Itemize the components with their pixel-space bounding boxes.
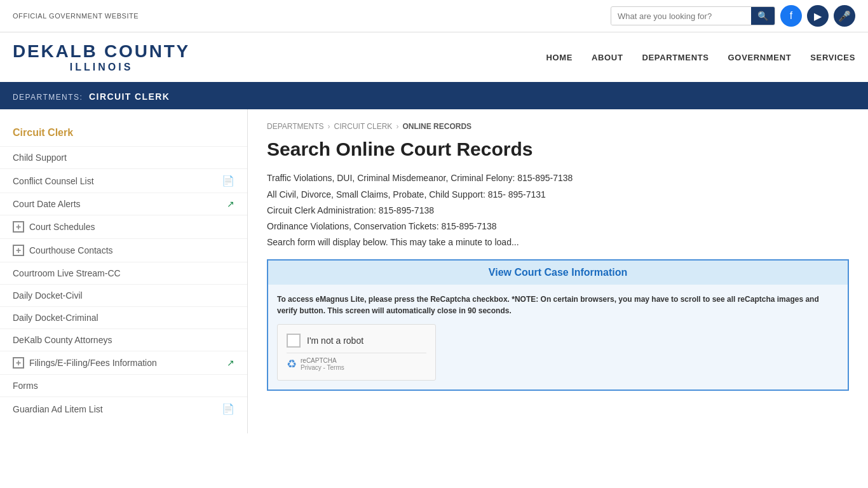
content-area: Circuit Clerk Child Support Conflict Cou… — [0, 109, 868, 433]
sidebar-item-daily-docket-criminal[interactable]: Daily Docket-Criminal — [0, 306, 247, 329]
contact-line-1: Traffic Violations, DUI, Criminal Misdem… — [267, 170, 849, 186]
official-label: OFFICIAL GOVERNMENT WEBSITE — [13, 12, 139, 20]
main-content: DEPARTMENTS › CIRCUIT CLERK › ONLINE REC… — [248, 109, 868, 433]
logo-county: DEKALB COUNTY — [13, 42, 190, 62]
sidebar-item-child-support[interactable]: Child Support — [0, 146, 247, 168]
dept-name: CIRCUIT CLERK — [89, 92, 170, 102]
contact-line-3: Circuit Clerk Administration: 815-895-71… — [267, 203, 849, 219]
sidebar-item-label: Conflict Counsel List — [13, 176, 94, 186]
sidebar-title[interactable]: Circuit Clerk — [0, 122, 247, 146]
sidebar-item-label: Child Support — [13, 152, 67, 163]
breadcrumb: DEPARTMENTS › CIRCUIT CLERK › ONLINE REC… — [267, 122, 849, 131]
sidebar-item-forms[interactable]: Forms — [0, 374, 247, 396]
main-nav: HOME ABOUT DEPARTMENTS GOVERNMENT SERVIC… — [546, 53, 855, 62]
breadcrumb-sep2: › — [396, 122, 398, 131]
expand-icon: + — [13, 245, 24, 256]
expand-icon: + — [13, 357, 24, 369]
search-button[interactable]: 🔍 — [751, 7, 775, 25]
court-case-box: View Court Case Information To access eM… — [267, 259, 849, 391]
court-case-body: To access eMagnus Lite, please press the… — [268, 285, 848, 390]
sidebar-item-conflict-counsel[interactable]: Conflict Counsel List 📄 — [0, 168, 247, 193]
mic-icon[interactable]: 🎤 — [834, 5, 855, 27]
sidebar-item-dekalb-attorneys[interactable]: DeKalb County Attorneys — [0, 329, 247, 351]
contact-line-4: Ordinance Violations, Conservation Ticke… — [267, 219, 849, 234]
page-title: Search Online Court Records — [267, 139, 849, 160]
search-input[interactable] — [611, 8, 751, 25]
external-link-icon: ↗ — [227, 358, 234, 368]
logo[interactable]: DEKALB COUNTY ILLINOIS — [13, 42, 190, 72]
sidebar-item-label: Filings/E-Filing/Fees Information — [29, 358, 157, 368]
contact-info: Traffic Violations, DUI, Criminal Misdem… — [267, 170, 849, 250]
search-box[interactable]: 🔍 — [611, 6, 775, 25]
sidebar-item-label: Court Schedules — [29, 222, 95, 232]
sidebar-item-label: Daily Docket-Civil — [13, 290, 83, 301]
sidebar-item-label: Daily Docket-Criminal — [13, 313, 98, 323]
recaptcha-logo-icon: ♻ — [287, 357, 297, 371]
sidebar-item-court-date-alerts[interactable]: Court Date Alerts ↗ — [0, 193, 247, 215]
sidebar-item-label: Court Date Alerts — [13, 199, 81, 209]
sidebar-item-label: Courthouse Contacts — [29, 245, 113, 255]
nav-services[interactable]: SERVICES — [810, 53, 855, 62]
breadcrumb-sep1: › — [328, 122, 330, 131]
facebook-icon[interactable]: f — [780, 5, 802, 27]
sidebar-item-label: Guardian Ad Litem List — [13, 404, 103, 414]
site-header: DEKALB COUNTY ILLINOIS HOME ABOUT DEPART… — [0, 32, 868, 84]
pdf-icon: 📄 — [222, 403, 234, 415]
breadcrumb-departments[interactable]: DEPARTMENTS — [267, 122, 324, 131]
recaptcha-links[interactable]: Privacy - Terms — [301, 364, 344, 371]
nav-about[interactable]: ABOUT — [592, 53, 623, 62]
top-bar-right: 🔍 f ▶ 🎤 — [611, 5, 855, 27]
recaptcha-brand: reCAPTCHA — [301, 357, 344, 364]
dept-banner: DEPARTMENTS: CIRCUIT CLERK — [0, 84, 868, 109]
pdf-icon: 📄 — [222, 175, 234, 187]
breadcrumb-current: ONLINE RECORDS — [402, 122, 471, 131]
court-case-header: View Court Case Information — [268, 261, 848, 285]
sidebar-item-courthouse-contacts[interactable]: + Courthouse Contacts — [0, 238, 247, 262]
court-case-description: To access eMagnus Lite, please press the… — [277, 294, 839, 316]
sidebar-item-courtroom-livestream[interactable]: Courtroom Live Stream-CC — [0, 262, 247, 284]
sidebar: Circuit Clerk Child Support Conflict Cou… — [0, 109, 248, 433]
top-bar: OFFICIAL GOVERNMENT WEBSITE 🔍 f ▶ 🎤 — [0, 0, 868, 32]
contact-line-2: All Civil, Divorce, Small Claims, Probat… — [267, 187, 849, 203]
logo-state: ILLINOIS — [13, 62, 190, 73]
recaptcha-label: I'm not a robot — [307, 336, 363, 346]
sidebar-item-label: DeKalb County Attorneys — [13, 335, 112, 345]
sidebar-item-filings[interactable]: + Filings/E-Filing/Fees Information ↗ — [0, 351, 247, 374]
youtube-icon[interactable]: ▶ — [807, 5, 829, 27]
nav-home[interactable]: HOME — [546, 53, 573, 62]
sidebar-item-label: Forms — [13, 381, 38, 391]
sidebar-item-daily-docket-civil[interactable]: Daily Docket-Civil — [0, 284, 247, 306]
dept-label: DEPARTMENTS: — [13, 93, 83, 102]
view-court-case-link[interactable]: View Court Case Information — [489, 267, 627, 278]
breadcrumb-circuit-clerk[interactable]: CIRCUIT CLERK — [334, 122, 393, 131]
sidebar-item-label: Courtroom Live Stream-CC — [13, 268, 121, 278]
recaptcha-widget[interactable]: I'm not a robot ♻ reCAPTCHA Privacy - Te… — [277, 324, 436, 381]
expand-icon: + — [13, 221, 24, 233]
sidebar-item-court-schedules[interactable]: + Court Schedules — [0, 215, 247, 238]
nav-departments[interactable]: DEPARTMENTS — [642, 53, 709, 62]
nav-government[interactable]: GOVERNMENT — [728, 53, 792, 62]
external-link-icon: ↗ — [227, 199, 234, 209]
sidebar-item-guardian-ad-litem[interactable]: Guardian Ad Litem List 📄 — [0, 396, 247, 421]
recaptcha-checkbox[interactable] — [287, 334, 301, 348]
contact-line-5: Search form will display below. This may… — [267, 234, 849, 250]
